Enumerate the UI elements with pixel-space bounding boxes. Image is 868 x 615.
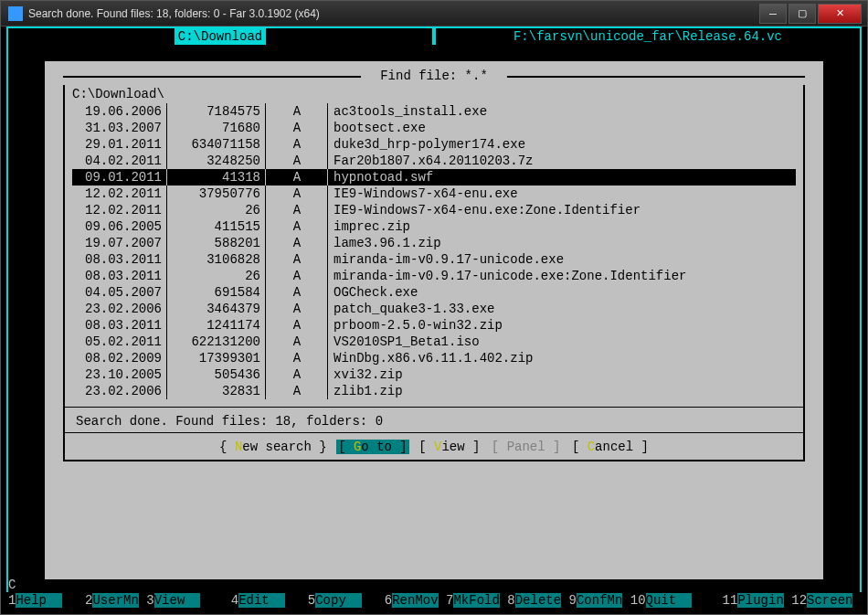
- keybar-item-9[interactable]: 9ConfMn: [569, 592, 623, 609]
- panel-button[interactable]: [ Panel ]: [490, 440, 563, 454]
- file-row[interactable]: 19.07.2007588201Alame3.96.1.zip: [72, 235, 796, 251]
- column-separator: [164, 235, 171, 251]
- keybar-item-4[interactable]: 4Edit: [231, 592, 285, 609]
- file-size: 3464379: [171, 301, 262, 317]
- column-separator: [164, 153, 171, 169]
- file-date: 05.02.2011: [72, 334, 164, 350]
- keybar-item-1[interactable]: 1Help: [8, 592, 62, 609]
- file-date: 31.03.2007: [72, 120, 164, 136]
- column-separator: [164, 334, 171, 350]
- column-separator: [164, 317, 171, 334]
- file-name: patch_quake3-1.33.exe: [332, 301, 796, 317]
- left-panel-tab[interactable]: C:\Download: [6, 27, 434, 45]
- right-panel-tab[interactable]: F:\farsvn\unicode_far\Release.64.vc: [434, 27, 862, 45]
- keybar-item-12[interactable]: 12Screen: [791, 592, 852, 609]
- column-separator: [324, 153, 332, 169]
- column-separator: [262, 350, 270, 366]
- dialog-separator: [63, 407, 805, 408]
- keybar-item-11[interactable]: 11Plugin: [723, 592, 784, 609]
- file-row[interactable]: 08.03.201126Amiranda-im-v0.9.17-unicode.…: [72, 268, 796, 284]
- new-search-button[interactable]: { New search }: [217, 440, 329, 454]
- file-row[interactable]: 08.03.20113106828Amiranda-im-v0.9.17-uni…: [72, 251, 796, 268]
- file-size: 3106828: [171, 251, 262, 268]
- column-separator: [164, 218, 171, 235]
- column-separator: [164, 202, 171, 218]
- column-separator: [324, 366, 332, 383]
- goto-button[interactable]: [ Go to ]: [336, 440, 409, 454]
- file-name: lame3.96.1.zip: [332, 235, 796, 251]
- file-date: 12.02.2011: [72, 202, 164, 218]
- dialog-separator-2: [63, 432, 805, 434]
- keybar-item-5[interactable]: 5Copy: [308, 592, 362, 609]
- keybar-item-2[interactable]: 2UserMn: [85, 592, 139, 609]
- column-separator: [164, 366, 171, 383]
- window-title: Search done. Found files: 18, folders: 0…: [28, 7, 759, 20]
- file-row[interactable]: 04.02.20113248250AFar20b1807.x64.2011020…: [72, 153, 796, 169]
- column-separator: [262, 251, 270, 268]
- command-prompt[interactable]: C: [8, 578, 16, 592]
- file-size: 71680: [171, 120, 262, 136]
- file-size: 3248250: [171, 153, 262, 169]
- file-name: VS2010SP1_Beta1.iso: [332, 334, 796, 350]
- file-attr: A: [270, 235, 324, 251]
- file-list[interactable]: 19.06.20067184575Aac3tools_install.exe31…: [72, 103, 796, 399]
- keybar-item-8[interactable]: 8Delete: [507, 592, 561, 609]
- keybar-item-6[interactable]: 6RenMov: [385, 592, 439, 609]
- column-separator: [324, 235, 332, 251]
- file-date: 23.02.2006: [72, 301, 164, 317]
- file-attr: A: [270, 383, 324, 399]
- file-name: duke3d_hrp-polymer174.exe: [332, 136, 796, 153]
- file-attr: A: [270, 136, 324, 153]
- cancel-button[interactable]: [ Cancel ]: [570, 440, 651, 454]
- file-row[interactable]: 08.02.200917399301AWinDbg.x86.v6.11.1.40…: [72, 350, 796, 366]
- file-size: 1241174: [171, 317, 262, 334]
- column-separator: [324, 383, 332, 399]
- column-separator: [164, 136, 171, 153]
- column-separator: [262, 218, 270, 235]
- file-row[interactable]: 09.06.2005411515Aimprec.zip: [72, 218, 796, 235]
- file-name: OGCheck.exe: [332, 284, 796, 301]
- app-window: Search done. Found files: 18, folders: 0…: [0, 0, 868, 615]
- file-attr: A: [270, 120, 324, 136]
- column-separator: [164, 284, 171, 301]
- column-separator: [164, 103, 171, 120]
- file-size: 588201: [171, 235, 262, 251]
- file-name: ac3tools_install.exe: [332, 103, 796, 120]
- file-row[interactable]: 23.10.2005505436Axvi32.zip: [72, 366, 796, 383]
- file-row[interactable]: 31.03.200771680Abootsect.exe: [72, 120, 796, 136]
- file-row[interactable]: 09.01.201141318Ahypnotoad.swf: [72, 169, 796, 186]
- file-date: 08.02.2009: [72, 350, 164, 366]
- file-row[interactable]: 29.01.2011634071158Aduke3d_hrp-polymer17…: [72, 136, 796, 153]
- file-row[interactable]: 08.03.20111241174Aprboom-2.5.0-win32.zip: [72, 317, 796, 334]
- column-separator: [262, 317, 270, 334]
- close-button[interactable]: ✕: [818, 4, 862, 24]
- file-row[interactable]: 23.02.200632831Azlib1.zip: [72, 383, 796, 399]
- column-separator: [324, 350, 332, 366]
- file-row[interactable]: 23.02.20063464379Apatch_quake3-1.33.exe: [72, 301, 796, 317]
- keybar-item-7[interactable]: 7MkFold: [446, 592, 500, 609]
- file-row[interactable]: 04.05.2007691584AOGCheck.exe: [72, 284, 796, 301]
- column-separator: [164, 301, 171, 317]
- maximize-button[interactable]: ▢: [789, 4, 816, 24]
- file-row[interactable]: 19.06.20067184575Aac3tools_install.exe: [72, 103, 796, 120]
- file-size: 691584: [171, 284, 262, 301]
- column-separator: [324, 218, 332, 235]
- titlebar[interactable]: Search done. Found files: 18, folders: 0…: [1, 1, 867, 27]
- view-button[interactable]: [ View ]: [417, 440, 482, 454]
- keybar-item-10[interactable]: 10Quit: [630, 592, 692, 609]
- column-separator: [164, 120, 171, 136]
- file-attr: A: [270, 284, 324, 301]
- column-separator: [164, 169, 171, 186]
- column-separator: [262, 186, 270, 202]
- console-area: C:\Download F:\farsvn\unicode_far\Releas…: [6, 27, 862, 609]
- column-separator: [324, 268, 332, 284]
- file-row[interactable]: 12.02.201137950776AIE9-Windows7-x64-enu.…: [72, 186, 796, 202]
- keybar-item-3[interactable]: 3View: [146, 592, 200, 609]
- file-name: hypnotoad.swf: [332, 169, 796, 186]
- file-row[interactable]: 05.02.2011622131200AVS2010SP1_Beta1.iso: [72, 334, 796, 350]
- file-row[interactable]: 12.02.201126AIE9-Windows7-x64-enu.exe:Zo…: [72, 202, 796, 218]
- column-separator: [262, 235, 270, 251]
- minimize-button[interactable]: ─: [759, 4, 787, 24]
- file-size: 26: [171, 268, 262, 284]
- column-separator: [262, 383, 270, 399]
